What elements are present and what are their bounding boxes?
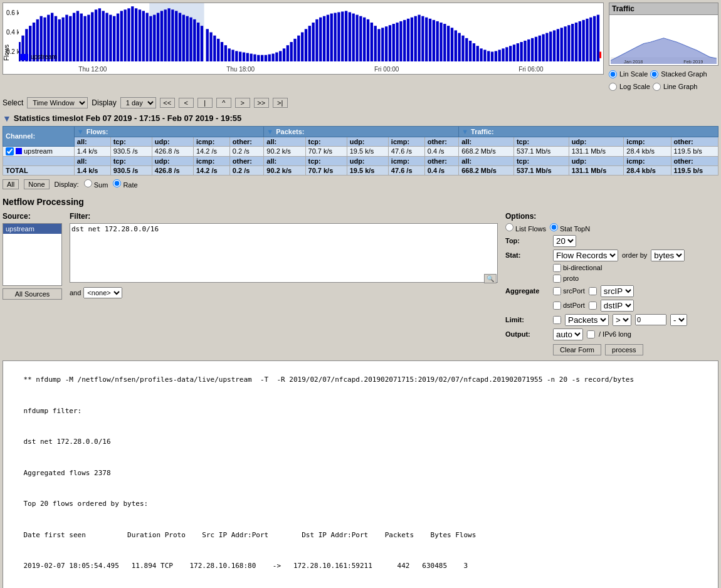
source-list[interactable]: upstream: [3, 223, 62, 286]
nav-stop-btn[interactable]: ^: [216, 98, 231, 108]
time-window-select[interactable]: Time Window: [27, 97, 88, 108]
all-btn[interactable]: All: [3, 179, 19, 189]
filter-textarea[interactable]: [70, 223, 498, 283]
lin-scale-radio[interactable]: [609, 70, 617, 78]
svg-rect-126: [476, 46, 479, 61]
output-line3: dst net 172.28.0.0/16: [24, 438, 111, 446]
and-select[interactable]: <none>: [83, 287, 122, 298]
minus-select[interactable]: -: [670, 314, 687, 326]
list-flows-radio[interactable]: [505, 223, 513, 231]
order-by-label: order by: [622, 251, 647, 259]
auto-select[interactable]: auto: [553, 328, 583, 340]
stacked-graph-radio[interactable]: [650, 70, 658, 78]
line-graph-radio[interactable]: [653, 83, 661, 91]
svg-rect-49: [193, 19, 196, 61]
nav-play-btn[interactable]: |: [197, 98, 213, 108]
svg-rect-43: [171, 9, 174, 61]
log-scale-row: Log Scale Line Graph: [609, 81, 718, 93]
svg-rect-92: [352, 14, 355, 61]
svg-rect-52: [206, 29, 209, 61]
sum-label[interactable]: Sum: [84, 179, 108, 189]
nav-next-btn[interactable]: >: [235, 98, 250, 108]
aggregate-label: Aggregate: [505, 287, 549, 295]
bidir-label[interactable]: bi-directional: [553, 264, 602, 272]
display-select[interactable]: 1 day: [120, 97, 156, 108]
svg-rect-150: [564, 26, 566, 61]
svg-rect-61: [239, 52, 241, 62]
svg-rect-66: [257, 55, 260, 61]
all-sources-btn[interactable]: All Sources: [3, 288, 62, 300]
svg-rect-24: [105, 13, 108, 62]
none-btn[interactable]: None: [24, 179, 49, 189]
svg-rect-13: [65, 15, 68, 61]
nav-prev-btn[interactable]: <: [179, 98, 194, 108]
list-flows-label[interactable]: List Flows: [505, 223, 546, 233]
bidir-checkbox[interactable]: [553, 264, 561, 272]
display-label: Display:: [55, 181, 79, 188]
srcport-checkbox[interactable]: [553, 287, 561, 295]
proto-label[interactable]: proto: [553, 275, 579, 283]
svg-rect-153: [575, 23, 577, 61]
dstport-label[interactable]: dstPort: [553, 302, 585, 310]
total-traf-other: 119.5 b/s: [671, 165, 718, 175]
svg-rect-86: [330, 14, 333, 61]
filter-label: Filter:: [70, 212, 498, 221]
flows-other-val: 0.2 /s: [229, 146, 264, 156]
srcip-checkbox[interactable]: [589, 287, 597, 295]
stat-topn-radio[interactable]: [550, 223, 558, 231]
svg-rect-127: [480, 48, 482, 61]
channel-checkbox[interactable]: [6, 147, 14, 155]
filter-icon-btn[interactable]: 🔍: [484, 274, 497, 283]
x-label-3: Fri 00:00: [374, 66, 399, 73]
stat-topn-label[interactable]: Stat TopN: [550, 223, 590, 233]
process-btn[interactable]: process: [605, 344, 643, 355]
clear-form-btn[interactable]: Clear Form: [553, 344, 601, 355]
svg-rect-63: [246, 53, 249, 61]
packets-header: ▼ Packets:: [264, 126, 459, 137]
rate-radio[interactable]: [113, 179, 121, 187]
top-row: Top: 20: [505, 235, 718, 247]
dstip-checkbox[interactable]: [589, 302, 597, 310]
traf-icmp-val: 28.4 kb/s: [624, 146, 671, 156]
top-select[interactable]: 20: [553, 235, 576, 247]
svg-rect-104: [396, 23, 398, 61]
nav-first-btn[interactable]: <<: [160, 98, 175, 108]
ipv6-checkbox[interactable]: [587, 330, 595, 339]
limit-value-input[interactable]: [635, 314, 666, 325]
separator-header-row: all: tcp: udp: icmp: other: all: tcp: ud…: [3, 156, 718, 165]
svg-rect-155: [582, 20, 585, 61]
flow-records-select[interactable]: Flow Records: [553, 249, 618, 261]
svg-rect-59: [231, 50, 234, 61]
gt-select[interactable]: >: [613, 314, 631, 326]
sub-header-row: all: tcp: udp: icmp: other: all: tcp: ud…: [3, 137, 718, 146]
log-scale-radio[interactable]: [609, 83, 617, 91]
source-item-upstream[interactable]: upstream: [3, 224, 61, 234]
rate-label[interactable]: Rate: [113, 179, 137, 189]
sum-radio[interactable]: [84, 179, 92, 187]
svg-rect-101: [385, 26, 387, 61]
nav-last-btn[interactable]: >|: [273, 98, 288, 108]
channel-color: [16, 148, 22, 154]
svg-text:Jan 2018: Jan 2018: [624, 59, 643, 64]
packets-select[interactable]: Packets: [565, 314, 609, 326]
limit-checkbox[interactable]: [553, 316, 561, 324]
triangle-icon: ▼: [3, 113, 11, 123]
srcip-select[interactable]: srcIP: [601, 285, 634, 297]
bytes-select[interactable]: bytes: [651, 249, 685, 261]
traf-all-val: 668.2 Mb/s: [459, 146, 514, 156]
svg-rect-145: [545, 33, 548, 61]
packets-filter-icon: ▼: [266, 128, 273, 135]
svg-rect-100: [381, 28, 384, 61]
srcport-label[interactable]: srcPort: [553, 287, 585, 295]
nav-fast-fwd-btn[interactable]: >>: [254, 98, 269, 108]
svg-rect-62: [243, 53, 245, 61]
dstip-select[interactable]: dstIP: [601, 300, 634, 312]
svg-rect-82: [315, 19, 318, 61]
proto-checkbox[interactable]: [553, 275, 561, 283]
svg-rect-75: [290, 42, 293, 61]
dstport-checkbox[interactable]: [553, 302, 561, 310]
stacked-graph-label: Stacked Graph: [661, 68, 707, 81]
svg-rect-124: [469, 41, 471, 61]
svg-rect-50: [197, 23, 199, 61]
svg-rect-60: [235, 51, 238, 61]
